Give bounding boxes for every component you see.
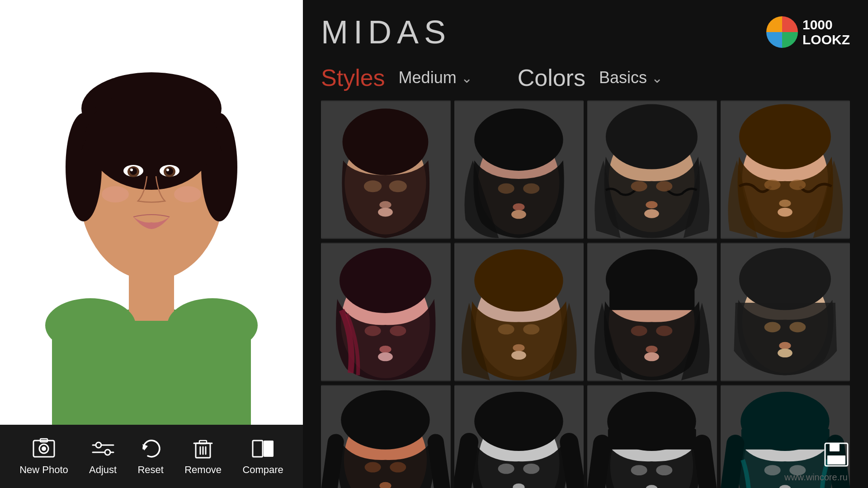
toolbar: New Photo Adjust xyxy=(0,425,303,488)
svg-point-88 xyxy=(646,346,657,353)
photo-area xyxy=(0,0,303,425)
svg-point-49 xyxy=(474,108,563,171)
hair-style-item-2[interactable] xyxy=(454,100,584,239)
styles-dropdown[interactable]: Medium ⌄ xyxy=(399,68,472,87)
svg-point-70 xyxy=(340,248,431,313)
svg-point-50 xyxy=(498,183,514,194)
svg-point-13 xyxy=(130,168,137,175)
svg-point-95 xyxy=(779,342,791,349)
logo-text: 1000 LOOKZ xyxy=(802,17,850,47)
svg-point-56 xyxy=(606,104,698,169)
hair-style-item-3[interactable] xyxy=(587,100,717,239)
svg-rect-3 xyxy=(129,276,174,321)
colors-label: Colors xyxy=(518,64,585,91)
new-photo-button[interactable]: New Photo xyxy=(19,437,68,476)
hair-style-item-9[interactable] xyxy=(321,385,451,488)
svg-point-123 xyxy=(764,465,780,475)
right-wrapper: MIDAS 1000 LOOKZ Styles Medium ⌄ Colors … xyxy=(303,0,868,488)
svg-point-58 xyxy=(656,181,672,192)
hair-style-item-1[interactable] xyxy=(321,100,451,239)
hair-style-item-4[interactable] xyxy=(721,100,850,239)
svg-rect-129 xyxy=(827,455,845,465)
svg-point-45 xyxy=(379,201,391,208)
svg-point-77 xyxy=(474,249,563,312)
svg-point-78 xyxy=(498,324,514,334)
svg-point-89 xyxy=(644,352,659,361)
svg-rect-37 xyxy=(199,441,207,444)
person-image xyxy=(0,0,303,425)
app-header: MIDAS 1000 LOOKZ xyxy=(321,14,850,51)
svg-point-57 xyxy=(631,181,647,192)
svg-point-92 xyxy=(739,248,830,310)
svg-rect-85 xyxy=(609,288,694,310)
svg-rect-114 xyxy=(608,429,696,450)
remove-icon xyxy=(191,437,215,460)
hair-style-item-11[interactable] xyxy=(587,385,717,488)
svg-point-72 xyxy=(390,326,406,336)
svg-point-81 xyxy=(511,351,526,360)
watermark: www.wincore.ru xyxy=(784,472,848,483)
photo-icon xyxy=(32,437,56,460)
reset-icon xyxy=(139,437,162,460)
svg-point-96 xyxy=(778,348,793,357)
svg-point-67 xyxy=(778,208,793,217)
svg-point-93 xyxy=(764,322,780,332)
svg-point-17 xyxy=(166,168,173,175)
svg-point-60 xyxy=(644,209,659,218)
svg-point-26 xyxy=(105,450,110,455)
remove-label: Remove xyxy=(184,464,222,476)
adjust-label: Adjust xyxy=(89,464,117,476)
svg-point-25 xyxy=(96,442,101,448)
compare-button[interactable]: Compare xyxy=(242,437,283,476)
svg-point-74 xyxy=(378,352,393,361)
hair-style-item-7[interactable] xyxy=(587,243,717,381)
left-panel: New Photo Adjust xyxy=(0,0,303,488)
adjust-icon xyxy=(91,437,115,460)
svg-point-63 xyxy=(739,104,830,169)
svg-point-59 xyxy=(646,201,657,208)
hair-style-item-6[interactable] xyxy=(454,243,584,381)
styles-label: Styles xyxy=(321,64,385,91)
svg-point-51 xyxy=(523,183,539,194)
svg-point-14 xyxy=(130,169,133,171)
svg-point-46 xyxy=(378,208,393,217)
svg-point-101 xyxy=(390,462,406,472)
svg-point-18 xyxy=(166,169,169,171)
svg-point-94 xyxy=(789,322,806,332)
svg-point-20 xyxy=(174,186,201,202)
logo-line1: 1000 xyxy=(802,17,850,32)
svg-point-24 xyxy=(42,446,46,451)
colors-dropdown[interactable]: Basics ⌄ xyxy=(599,68,663,87)
save-button[interactable] xyxy=(823,441,850,470)
logo-container: 1000 LOOKZ xyxy=(766,16,850,48)
hair-style-item-5[interactable] xyxy=(321,243,451,381)
svg-rect-39 xyxy=(264,441,274,457)
compare-icon xyxy=(251,437,275,460)
svg-point-73 xyxy=(379,346,391,353)
svg-point-115 xyxy=(631,465,647,475)
svg-point-66 xyxy=(779,200,791,207)
svg-point-5 xyxy=(167,298,258,352)
svg-point-99 xyxy=(341,390,429,450)
svg-point-65 xyxy=(789,180,806,190)
hair-style-item-10[interactable] xyxy=(454,385,584,488)
hair-style-grid xyxy=(321,100,850,488)
logo-icon xyxy=(766,16,798,48)
hair-style-item-8[interactable] xyxy=(721,243,850,381)
svg-point-71 xyxy=(365,326,381,336)
adjust-button[interactable]: Adjust xyxy=(89,437,117,476)
svg-point-43 xyxy=(364,180,382,192)
colors-dropdown-value: Basics xyxy=(599,68,647,87)
new-photo-label: New Photo xyxy=(19,464,68,476)
logo-line2: LOOKZ xyxy=(802,32,850,47)
svg-point-86 xyxy=(631,326,647,336)
app-title: MIDAS xyxy=(321,14,451,51)
styles-dropdown-value: Medium xyxy=(399,68,457,87)
svg-point-42 xyxy=(342,108,428,175)
svg-point-108 xyxy=(523,464,539,474)
svg-point-80 xyxy=(513,344,524,352)
remove-button[interactable]: Remove xyxy=(184,437,222,476)
reset-button[interactable]: Reset xyxy=(137,437,163,476)
reset-label: Reset xyxy=(137,464,163,476)
svg-point-116 xyxy=(656,465,672,475)
